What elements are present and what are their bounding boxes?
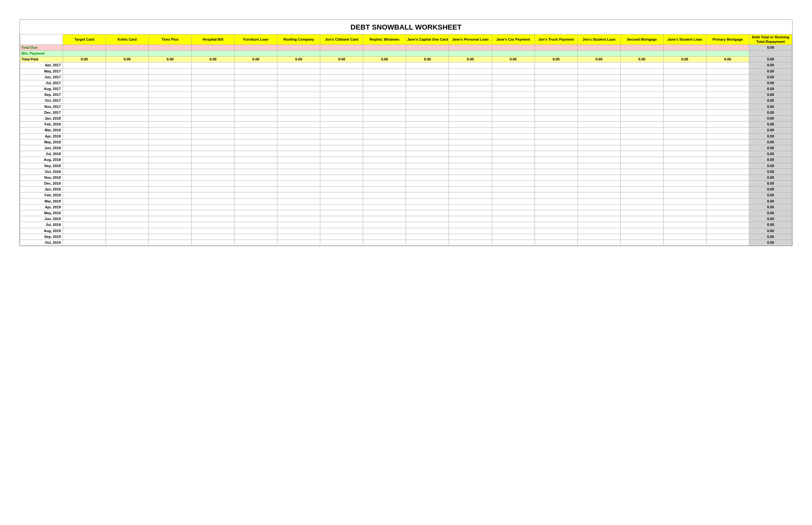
data-cell[interactable] xyxy=(149,151,192,157)
data-cell[interactable] xyxy=(663,151,706,157)
data-cell[interactable] xyxy=(663,92,706,98)
data-cell[interactable] xyxy=(277,210,320,216)
data-cell[interactable] xyxy=(492,216,535,222)
data-cell[interactable] xyxy=(620,116,663,122)
data-cell[interactable] xyxy=(578,234,620,240)
data-cell[interactable] xyxy=(706,228,749,234)
data-cell[interactable] xyxy=(63,169,106,175)
data-cell[interactable] xyxy=(320,122,363,127)
data-cell[interactable] xyxy=(620,163,663,169)
data-cell[interactable] xyxy=(63,186,106,193)
data-cell[interactable] xyxy=(578,175,620,180)
data-cell[interactable] xyxy=(449,216,492,222)
data-cell[interactable] xyxy=(663,157,706,163)
data-cell[interactable] xyxy=(449,139,492,145)
data-cell[interactable] xyxy=(406,204,449,210)
data-cell[interactable] xyxy=(535,104,578,109)
data-cell[interactable] xyxy=(663,86,706,92)
data-cell[interactable] xyxy=(449,210,492,216)
data-cell[interactable] xyxy=(234,198,277,204)
data-cell[interactable] xyxy=(149,193,192,198)
data-cell[interactable] xyxy=(320,62,363,68)
data-cell[interactable] xyxy=(578,127,620,133)
data-cell[interactable] xyxy=(149,210,192,216)
data-cell[interactable] xyxy=(106,163,149,169)
data-cell[interactable] xyxy=(234,222,277,228)
data-cell[interactable] xyxy=(449,204,492,210)
data-cell[interactable] xyxy=(149,228,192,234)
data-cell[interactable] xyxy=(535,193,578,198)
min-payment-roofing-company[interactable] xyxy=(277,50,320,56)
data-cell[interactable] xyxy=(535,175,578,180)
min-payment-kohls-card[interactable] xyxy=(106,50,149,56)
data-cell[interactable] xyxy=(620,68,663,74)
data-cell[interactable] xyxy=(192,109,234,116)
data-cell[interactable] xyxy=(277,145,320,151)
data-cell[interactable] xyxy=(620,222,663,228)
data-cell[interactable] xyxy=(106,68,149,74)
data-cell[interactable] xyxy=(492,186,535,193)
total-due-janes-student-loan[interactable] xyxy=(663,45,706,50)
data-cell[interactable] xyxy=(406,122,449,127)
data-cell[interactable] xyxy=(406,133,449,139)
data-cell[interactable] xyxy=(234,216,277,222)
data-cell[interactable] xyxy=(535,62,578,68)
data-cell[interactable] xyxy=(620,62,663,68)
min-payment-janes-student-loan[interactable] xyxy=(663,50,706,56)
data-cell[interactable] xyxy=(320,92,363,98)
data-cell[interactable] xyxy=(492,127,535,133)
data-cell[interactable] xyxy=(578,139,620,145)
data-cell[interactable] xyxy=(578,98,620,104)
data-cell[interactable] xyxy=(363,186,406,193)
data-cell[interactable] xyxy=(277,240,320,245)
data-cell[interactable] xyxy=(663,98,706,104)
data-cell[interactable] xyxy=(406,127,449,133)
data-cell[interactable] xyxy=(706,92,749,98)
data-cell[interactable] xyxy=(492,92,535,98)
data-cell[interactable] xyxy=(492,157,535,163)
total-due-tires-plus[interactable] xyxy=(149,45,192,50)
data-cell[interactable] xyxy=(406,145,449,151)
data-cell[interactable] xyxy=(106,139,149,145)
data-cell[interactable] xyxy=(106,122,149,127)
data-cell[interactable] xyxy=(192,234,234,240)
data-cell[interactable] xyxy=(620,216,663,222)
data-cell[interactable] xyxy=(706,204,749,210)
data-cell[interactable] xyxy=(578,151,620,157)
data-cell[interactable] xyxy=(578,68,620,74)
data-cell[interactable] xyxy=(363,169,406,175)
data-cell[interactable] xyxy=(192,198,234,204)
data-cell[interactable] xyxy=(578,104,620,109)
data-cell[interactable] xyxy=(277,163,320,169)
data-cell[interactable] xyxy=(363,92,406,98)
data-cell[interactable] xyxy=(192,186,234,193)
data-cell[interactable] xyxy=(106,198,149,204)
data-cell[interactable] xyxy=(535,68,578,74)
data-cell[interactable] xyxy=(320,204,363,210)
data-cell[interactable] xyxy=(363,80,406,86)
data-cell[interactable] xyxy=(234,181,277,186)
data-cell[interactable] xyxy=(363,68,406,74)
data-cell[interactable] xyxy=(535,151,578,157)
data-cell[interactable] xyxy=(706,163,749,169)
data-cell[interactable] xyxy=(277,104,320,109)
data-cell[interactable] xyxy=(663,175,706,180)
data-cell[interactable] xyxy=(620,157,663,163)
min-payment-replmt-windows[interactable] xyxy=(363,50,406,56)
data-cell[interactable] xyxy=(406,198,449,204)
data-cell[interactable] xyxy=(406,181,449,186)
data-cell[interactable] xyxy=(320,157,363,163)
data-cell[interactable] xyxy=(706,210,749,216)
data-cell[interactable] xyxy=(535,240,578,245)
data-cell[interactable] xyxy=(449,193,492,198)
data-cell[interactable] xyxy=(663,210,706,216)
data-cell[interactable] xyxy=(620,240,663,245)
data-cell[interactable] xyxy=(320,74,363,80)
data-cell[interactable] xyxy=(234,116,277,122)
data-cell[interactable] xyxy=(663,222,706,228)
data-cell[interactable] xyxy=(492,222,535,228)
data-cell[interactable] xyxy=(320,127,363,133)
total-due-janes-capital-one[interactable] xyxy=(406,45,449,50)
data-cell[interactable] xyxy=(620,145,663,151)
data-cell[interactable] xyxy=(620,210,663,216)
